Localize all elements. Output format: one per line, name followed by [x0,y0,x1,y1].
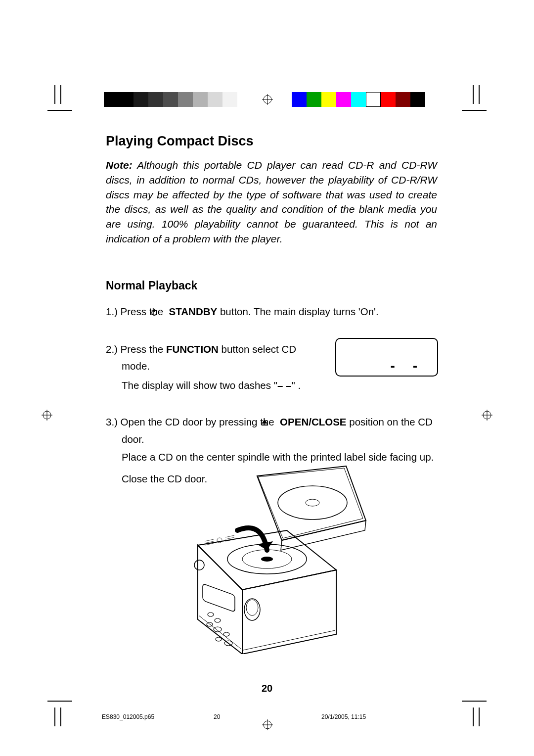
content-area: Playing Compact Discs Note: Although thi… [106,134,437,507]
registration-mark-right [482,410,492,421]
lcd-dashes: - - [391,355,424,378]
step2-pre: 2.) Press the [106,343,166,355]
footer-pagenum: 20 [214,713,220,720]
svg-point-34 [214,627,222,632]
step2-line2-post: " . [291,379,301,391]
step3-pre: 3.) Open the CD door by pressing the [106,416,277,427]
note-label: Note: [106,159,133,171]
step2-line2-pre: The display will show two dashes " [122,379,277,391]
crop-mark-bottom-left [47,692,82,726]
svg-point-20 [261,557,273,562]
svg-line-22 [205,539,214,541]
page: Playing Compact Discs Note: Although thi… [0,0,534,756]
step3-button-label: OPEN/CLOSE [277,416,346,427]
step-2: 2.) Press the FUNCTION button select CD … [106,341,437,394]
svg-rect-15 [262,425,267,425]
note-paragraph: Note: Although this portable CD player c… [106,158,437,246]
step1-button-label: STANDBY [166,306,217,317]
svg-point-17 [306,499,319,506]
svg-point-32 [215,618,221,622]
svg-point-16 [278,486,347,520]
step-1: 1.) Press the STANDBY button. The main d… [106,303,437,321]
registration-mark-top [262,94,273,105]
registration-mark-bottom [262,719,273,730]
svg-point-31 [208,613,214,616]
note-text: Although this portable CD player can rea… [106,159,437,244]
cd-player-illustration [168,456,376,654]
step2-dashes: – – [277,379,292,391]
svg-rect-29 [203,583,235,612]
lcd-display-illustration: - - [335,338,438,377]
registration-mark-left [42,410,52,421]
footer-datetime: 20/1/2005, 11:15 [321,713,366,720]
svg-point-39 [246,600,258,615]
section-heading: Playing Compact Discs [106,134,437,149]
subheading: Normal Playback [106,279,437,292]
svg-line-26 [225,535,234,537]
footer-filename: ES830_012005.p65 [102,713,154,720]
svg-point-36 [216,637,222,641]
svg-point-30 [194,560,204,570]
page-number: 20 [0,683,534,694]
svg-marker-14 [262,420,267,424]
step2-button-label: FUNCTION [166,343,219,355]
step1-post: button. The main display turns 'On'. [217,306,379,317]
crop-mark-bottom-right [452,692,487,726]
